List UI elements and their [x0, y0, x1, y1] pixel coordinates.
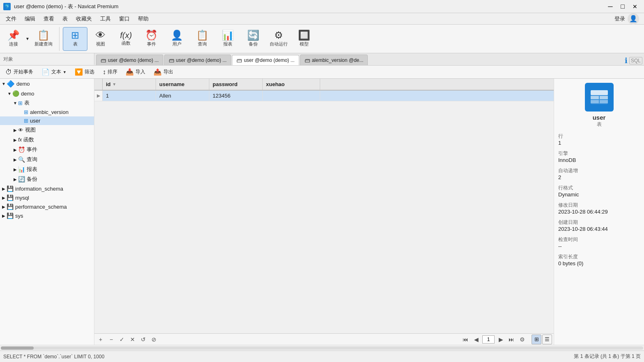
sidebar-item-sys[interactable]: ▶ 💾 sys — [0, 211, 94, 220]
tab-2[interactable]: 🗃 user @demo (demo) ... — [164, 55, 231, 65]
toolbar-event-button[interactable]: ⏰ 事件 — [139, 27, 164, 51]
sidebar-item-information-schema[interactable]: ▶ 💾 information_schema — [0, 184, 94, 193]
add-row-button[interactable]: + — [96, 335, 105, 344]
sidebar-item-backup-group[interactable]: ▶ 🔄 备份 — [0, 174, 94, 184]
refresh-button[interactable]: ↺ — [139, 335, 148, 344]
menu-table[interactable]: 表 — [58, 14, 72, 24]
toolbar-auto-run-button[interactable]: ⚙ 自动运行 — [266, 27, 291, 51]
sidebar-item-func-group[interactable]: ▶ fx 函数 — [0, 135, 94, 145]
info-index-length-section: 索引长度 0 bytes (0) — [558, 253, 640, 266]
delete-row-button[interactable]: − — [107, 335, 116, 344]
minimize-button[interactable]: ─ — [605, 1, 616, 12]
sql-button[interactable]: SQL — [629, 57, 642, 64]
menu-window[interactable]: 窗口 — [115, 14, 134, 24]
info-button[interactable]: ℹ — [625, 56, 628, 65]
demo-db-icon: 🟢 — [12, 90, 19, 97]
begin-transaction-button[interactable]: ⏱ 开始事务 — [2, 66, 37, 78]
sidebar-item-table-group[interactable]: ▼ ⊞ 表 — [0, 98, 94, 108]
tab-4[interactable]: 🗃 alembic_version @de... — [300, 55, 368, 65]
event-group-label: 事件 — [27, 146, 37, 153]
cell-password-1[interactable]: 123456 — [209, 91, 263, 101]
sidebar-item-view-group[interactable]: ▶ 👁 视图 — [0, 125, 94, 135]
content-area: id ▼ username password xuehao ▶ 1 Allen — [94, 79, 554, 345]
maximize-button[interactable]: □ — [617, 1, 628, 12]
export-button[interactable]: 📤 导出 — [150, 66, 177, 78]
sidebar-item-event-group[interactable]: ▶ ⏰ 事件 — [0, 145, 94, 155]
tab-4-label: alembic_version @de... — [312, 57, 364, 63]
sidebar-item-demo-group[interactable]: ▼ 🔷 demo — [0, 79, 94, 89]
prev-page-button[interactable]: ◀ — [472, 335, 481, 344]
confirm-button[interactable]: ✓ — [117, 335, 126, 344]
form-view-button[interactable]: ☰ — [542, 335, 552, 344]
cell-username-1[interactable]: Allen — [156, 91, 209, 101]
toolbar-function-button[interactable]: f(x) 函数 — [114, 27, 138, 51]
info-check-time-value: -- — [558, 243, 640, 249]
sidebar-item-report-group[interactable]: ▶ 📊 报表 — [0, 164, 94, 174]
menu-tools[interactable]: 工具 — [96, 14, 115, 24]
backup-group-icon: 🔄 — [18, 176, 25, 182]
sys-icon: 💾 — [7, 212, 14, 219]
clear-button[interactable]: ⊘ — [149, 335, 158, 344]
toolbar-report-button[interactable]: 📊 报表 — [215, 27, 240, 51]
column-id-sort-icon[interactable]: ▼ — [112, 82, 117, 87]
status-record-info: 第 1 条记录 (共 1 条) 于第 1 页 — [574, 353, 641, 360]
column-header-id[interactable]: id ▼ — [103, 79, 156, 90]
first-page-button[interactable]: ⏮ — [461, 335, 470, 344]
view-group-arrow: ▶ — [12, 128, 18, 132]
svg-rect-3 — [600, 96, 608, 99]
text-dropdown-icon[interactable]: ▼ — [63, 70, 66, 74]
text-button[interactable]: 📄 文本 ▼ — [38, 66, 70, 78]
window-controls[interactable]: ─ □ ✕ — [605, 1, 641, 12]
grid-view-button[interactable]: ⊞ — [532, 335, 541, 344]
sidebar-item-alembic-version[interactable]: ▶ ⊞ alembic_version — [0, 108, 94, 116]
toolbar-user-button[interactable]: 👤 用户 — [165, 27, 189, 51]
sidebar-item-query-group[interactable]: ▶ 🔍 查询 — [0, 155, 94, 164]
next-page-button[interactable]: ▶ — [496, 335, 505, 344]
page-input[interactable] — [482, 335, 495, 344]
menu-file[interactable]: 文件 — [2, 14, 21, 24]
toolbar-view-button[interactable]: 👁 视图 — [88, 27, 113, 51]
toolbar-query-button[interactable]: 📋 查询 — [190, 27, 215, 51]
last-page-button[interactable]: ⏭ — [507, 335, 516, 344]
toolbar-model-button[interactable]: 🔲 模型 — [292, 27, 316, 51]
menu-edit[interactable]: 编辑 — [21, 14, 39, 24]
settings-button[interactable]: ⚙ — [518, 335, 527, 344]
sidebar-item-performance-schema[interactable]: ▶ 💾 performance_schema — [0, 202, 94, 211]
horizontal-scrollbar[interactable] — [0, 345, 644, 351]
title-bar: 🐬 user @demo (demo) - 表 - Navicat Premiu… — [0, 0, 644, 13]
cell-xuehao-1[interactable] — [263, 91, 320, 101]
sidebar-item-user[interactable]: ▶ ⊞ user — [0, 116, 94, 125]
scrollbar-thumb[interactable] — [1, 346, 34, 350]
menu-view[interactable]: 查看 — [39, 14, 58, 24]
sidebar-item-demo-db[interactable]: ▼ 🟢 demo — [0, 89, 94, 98]
column-header-xuehao[interactable]: xuehao — [263, 79, 320, 90]
toolbar-table-button[interactable]: ⊞ 表 — [63, 27, 87, 51]
sidebar-item-mysql[interactable]: ▶ 💾 mysql — [0, 193, 94, 202]
cancel-button[interactable]: ✕ — [128, 335, 137, 344]
import-button[interactable]: 📥 导入 — [122, 66, 149, 78]
menu-help[interactable]: 帮助 — [134, 14, 153, 24]
tab-1[interactable]: 🗃 user @demo (demo) ... — [96, 55, 163, 65]
filter-button[interactable]: 🔽 筛选 — [71, 66, 98, 78]
column-header-username[interactable]: username — [156, 79, 209, 90]
tab-3[interactable]: 🗃 user @demo (demo) ... — [232, 55, 299, 65]
toolbar-connect-button[interactable]: 📌 连接 — [3, 27, 24, 51]
menu-favorites[interactable]: 收藏夹 — [72, 14, 96, 24]
cell-id-1[interactable]: 1 — [103, 91, 156, 101]
scrollbar-track[interactable] — [1, 346, 643, 350]
sort-button[interactable]: ↕ 排序 — [99, 66, 121, 78]
info-schema-icon: 💾 — [7, 185, 14, 192]
table-row[interactable]: ▶ 1 Allen 123456 — [94, 91, 554, 101]
report-label: 报表 — [223, 41, 232, 47]
toolbar-backup-button[interactable]: 🔄 备份 — [241, 27, 266, 51]
app-icon: 🐬 — [3, 3, 11, 10]
query-label: 查询 — [198, 41, 207, 47]
tab-4-icon: 🗃 — [305, 57, 310, 64]
close-button[interactable]: ✕ — [629, 1, 641, 12]
column-header-password[interactable]: password — [209, 79, 263, 90]
connect-dropdown[interactable]: ▼ — [25, 27, 30, 51]
info-panel: user 表 行 1 引擎 InnoDB 自动递增 2 行格式 Dynamic … — [554, 79, 644, 345]
perf-schema-arrow: ▶ — [1, 205, 7, 209]
login-button[interactable]: 登录 👤 — [611, 12, 642, 25]
toolbar-new-query-button[interactable]: 📋 新建查询 — [31, 27, 56, 51]
